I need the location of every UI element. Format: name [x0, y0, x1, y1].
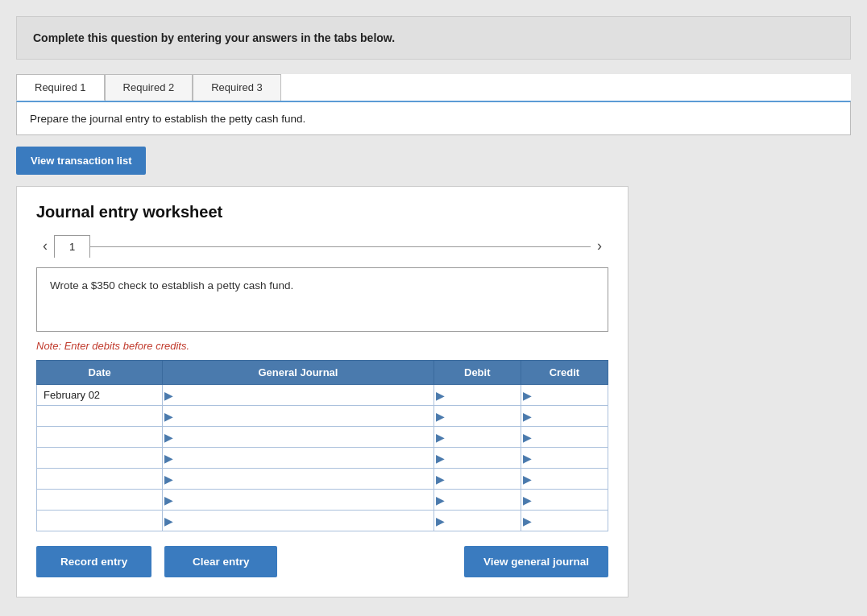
- debit-cell-5[interactable]: ▶: [434, 490, 521, 511]
- debit-input-5[interactable]: [434, 490, 521, 510]
- journal-table: Date General Journal Debit Credit Februa…: [36, 360, 608, 531]
- credit-input-5[interactable]: [521, 490, 608, 510]
- credit-input-1[interactable]: [521, 406, 608, 426]
- credit-input-4[interactable]: [521, 469, 608, 489]
- credit-input-6[interactable]: [521, 511, 608, 531]
- credit-input-0[interactable]: [521, 385, 608, 405]
- tab-description: Prepare the journal entry to establish t…: [30, 113, 305, 125]
- col-header-journal: General Journal: [163, 361, 434, 385]
- description-box: Wrote a $350 check to establish a petty …: [36, 267, 608, 332]
- tab-required1[interactable]: Required 1: [16, 74, 105, 101]
- credit-cell-6[interactable]: ▶: [521, 511, 608, 531]
- table-row: ▶▶▶: [37, 490, 608, 511]
- debit-input-3[interactable]: [434, 448, 521, 468]
- col-header-credit: Credit: [521, 361, 608, 385]
- date-cell-5: [37, 490, 163, 511]
- worksheet-container: Journal entry worksheet ‹ 1 › Wrote a $3…: [16, 186, 628, 597]
- journal-input-6[interactable]: [163, 511, 433, 531]
- debit-cell-6[interactable]: ▶: [434, 511, 521, 531]
- note-text: Note: Enter debits before credits.: [36, 340, 608, 352]
- date-cell-6: [37, 511, 163, 531]
- journal-input-4[interactable]: [163, 469, 433, 489]
- credit-cell-1[interactable]: ▶: [521, 406, 608, 427]
- view-general-journal-button[interactable]: View general journal: [464, 546, 608, 577]
- date-cell-0: February 02: [37, 385, 163, 406]
- table-row: ▶▶▶: [37, 406, 608, 427]
- journal-input-0[interactable]: [163, 385, 433, 405]
- tab-required2[interactable]: Required 2: [105, 74, 193, 101]
- tab-content-area: Prepare the journal entry to establish t…: [16, 101, 851, 135]
- journal-input-3[interactable]: [163, 448, 433, 468]
- instruction-text: Complete this question by entering your …: [33, 31, 395, 44]
- journal-cell-1[interactable]: ▶: [163, 406, 434, 427]
- next-page-button[interactable]: ›: [591, 234, 608, 258]
- worksheet-title: Journal entry worksheet: [36, 203, 608, 221]
- record-entry-button[interactable]: Record entry: [36, 546, 151, 577]
- credit-cell-0[interactable]: ▶: [521, 385, 608, 406]
- date-cell-2: [37, 427, 163, 448]
- debit-input-0[interactable]: [434, 385, 521, 405]
- credit-cell-2[interactable]: ▶: [521, 427, 608, 448]
- credit-cell-3[interactable]: ▶: [521, 448, 608, 469]
- debit-input-4[interactable]: [434, 469, 521, 489]
- credit-input-2[interactable]: [521, 427, 608, 447]
- credit-cell-4[interactable]: ▶: [521, 469, 608, 490]
- credit-cell-5[interactable]: ▶: [521, 490, 608, 511]
- debit-cell-4[interactable]: ▶: [434, 469, 521, 490]
- journal-input-1[interactable]: [163, 406, 433, 426]
- journal-cell-4[interactable]: ▶: [163, 469, 434, 490]
- col-header-debit: Debit: [434, 361, 521, 385]
- debit-cell-1[interactable]: ▶: [434, 406, 521, 427]
- nav-row: ‹ 1 ›: [36, 234, 608, 258]
- journal-cell-0[interactable]: ▶: [163, 385, 434, 406]
- debit-input-6[interactable]: [434, 511, 521, 531]
- date-cell-3: [37, 448, 163, 469]
- debit-input-1[interactable]: [434, 406, 521, 426]
- table-row: ▶▶▶: [37, 427, 608, 448]
- journal-input-2[interactable]: [163, 427, 433, 447]
- nav-line: [90, 246, 591, 247]
- top-instruction-banner: Complete this question by entering your …: [16, 16, 851, 60]
- view-transaction-button[interactable]: View transaction list: [16, 147, 146, 175]
- buttons-row: Record entry Clear entry View general jo…: [36, 546, 608, 577]
- journal-cell-3[interactable]: ▶: [163, 448, 434, 469]
- debit-cell-0[interactable]: ▶: [434, 385, 521, 406]
- debit-cell-2[interactable]: ▶: [434, 427, 521, 448]
- credit-input-3[interactable]: [521, 448, 608, 468]
- tabs-row: Required 1 Required 2 Required 3: [16, 74, 851, 101]
- journal-cell-2[interactable]: ▶: [163, 427, 434, 448]
- current-page-tab: 1: [54, 235, 90, 258]
- tab-required3[interactable]: Required 3: [193, 74, 281, 101]
- table-row: ▶▶▶: [37, 511, 608, 531]
- table-row: ▶▶▶: [37, 448, 608, 469]
- date-cell-1: [37, 406, 163, 427]
- clear-entry-button[interactable]: Clear entry: [164, 546, 277, 577]
- date-cell-4: [37, 469, 163, 490]
- journal-cell-5[interactable]: ▶: [163, 490, 434, 511]
- table-row: ▶▶▶: [37, 469, 608, 490]
- table-row: February 02▶▶▶: [37, 385, 608, 406]
- debit-input-2[interactable]: [434, 427, 521, 447]
- prev-page-button[interactable]: ‹: [36, 234, 54, 258]
- col-header-date: Date: [37, 361, 163, 385]
- debit-cell-3[interactable]: ▶: [434, 448, 521, 469]
- journal-input-5[interactable]: [163, 490, 433, 510]
- journal-cell-6[interactable]: ▶: [163, 511, 434, 531]
